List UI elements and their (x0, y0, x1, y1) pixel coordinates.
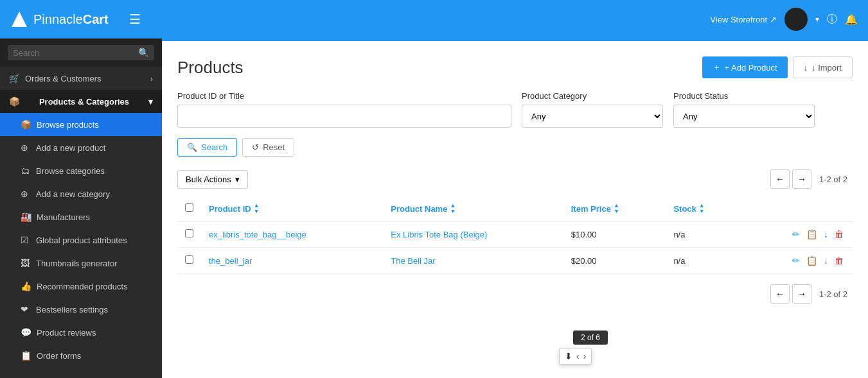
row-stock-2: n/a (666, 248, 741, 274)
prev-page-button-top[interactable]: ← (770, 169, 790, 189)
sidebar-item-product-reviews[interactable]: 💬 Product reviews (0, 321, 162, 344)
sort-desc-icon: ▼ (614, 209, 619, 214)
row-stock-1: n/a (666, 221, 741, 248)
row-checkbox-2[interactable] (185, 255, 193, 264)
view-storefront-link[interactable]: View Storefront ↗ (710, 15, 777, 24)
sidebar-item-products-categories[interactable]: 📦 Products & Categories ▾ (0, 90, 162, 113)
header: PinnacleCart ☰ View Storefront ↗ ▾ ⓘ 🔔 (0, 0, 868, 39)
row-checkbox-1[interactable] (185, 229, 193, 237)
delete-button-1[interactable]: 🗑 (833, 228, 845, 241)
copy-button-1[interactable]: 📋 (805, 228, 819, 241)
external-link-icon: ↗ (770, 15, 777, 24)
tooltip-prev-button[interactable]: ‹ (576, 351, 580, 361)
row-product-name-1: Ex Libris Tote Bag (Beige) (383, 221, 563, 248)
th-checkbox (177, 196, 201, 221)
sidebar-item-browse-products[interactable]: 📦 Browse products (0, 113, 162, 136)
next-page-button-bottom[interactable]: → (792, 284, 811, 304)
plus-icon: ＋ (713, 62, 721, 73)
product-id-link-1[interactable]: ex_libris_tote_bag__beige (209, 230, 306, 239)
hamburger-button[interactable]: ☰ (124, 9, 146, 30)
product-id-input[interactable] (177, 105, 511, 128)
header-right: View Storefront ↗ ▾ ⓘ 🔔 (710, 8, 858, 31)
sidebar-item-manufacturers[interactable]: 🏭 Manufacturers (0, 205, 162, 228)
sidebar-search-area: 🔍 (0, 39, 162, 67)
notifications-icon[interactable]: 🔔 (845, 13, 858, 26)
row-product-id-2: the_bell_jar (201, 248, 383, 274)
add-product-button[interactable]: ＋ + Add Product (702, 56, 788, 78)
sidebar-item-orders-customers[interactable]: 🛒 Orders & Customers › (0, 67, 162, 90)
tooltip-popup: 2 of 6 (573, 331, 608, 345)
th-actions (741, 196, 853, 221)
product-id-link-2[interactable]: the_bell_jar (209, 256, 252, 266)
product-name-link-2[interactable]: The Bell Jar (391, 256, 435, 266)
sort-icons-item-price[interactable]: ▲ ▼ (614, 203, 619, 214)
avatar[interactable] (784, 8, 808, 31)
tooltip-download-button[interactable]: ⬇ (565, 351, 572, 361)
download-button-1[interactable]: ↓ (822, 228, 829, 241)
th-item-price[interactable]: Item Price ▲ ▼ (563, 196, 666, 221)
bulk-actions-button[interactable]: Bulk Actions ▾ (177, 170, 248, 189)
sort-desc-icon: ▼ (699, 209, 705, 214)
next-page-button-top[interactable]: → (792, 169, 811, 189)
sidebar-item-browse-categories[interactable]: 🗂 Browse categories (0, 159, 162, 182)
product-status-select[interactable]: Any (673, 105, 815, 128)
product-category-select[interactable]: Any (522, 105, 663, 128)
row-product-id-1: ex_libris_tote_bag__beige (201, 221, 383, 248)
sidebar: 🔍 🛒 Orders & Customers › 📦 Products & Ca… (0, 39, 162, 378)
search-button[interactable]: 🔍 Search (177, 138, 237, 157)
sidebar-item-add-new-category[interactable]: ⊕ Add a new category (0, 182, 162, 205)
table-header: Product ID ▲ ▼ Product Name (177, 196, 853, 221)
row-actions-2: ✏ 📋 ↓ 🗑 (741, 248, 853, 274)
tooltip-next-button[interactable]: › (583, 351, 587, 361)
page-title: Products (177, 58, 244, 78)
sidebar-search-button[interactable]: 🔍 (138, 47, 149, 58)
sort-icons-stock[interactable]: ▲ ▼ (699, 203, 705, 214)
sidebar-item-bestsellers-settings[interactable]: ❤ Bestsellers settings (0, 298, 162, 321)
sidebar-item-global-product-attributes[interactable]: ☑ Global product attributes (0, 228, 162, 252)
sidebar-item-thumbnails-generator[interactable]: 🖼 Thumbnails generator (0, 252, 162, 275)
sort-desc-icon: ▼ (450, 209, 456, 214)
logo: PinnacleCart (10, 10, 109, 28)
prev-icon-bottom: ← (775, 289, 784, 299)
page-header: Products ＋ + Add Product ↓ ↓ Import (177, 56, 853, 78)
pagination-bottom-wrapper: ← → 1-2 of 2 (177, 284, 853, 304)
sort-icons-product-name[interactable]: ▲ ▼ (450, 203, 456, 214)
row-checkbox-cell (177, 221, 201, 248)
tooltip-nav: ⬇ ‹ › (559, 348, 592, 365)
pagination-top: ← → 1-2 of 2 (770, 169, 853, 189)
product-name-link-1[interactable]: Ex Libris Tote Bag (Beige) (391, 230, 487, 239)
delete-button-2[interactable]: 🗑 (833, 254, 845, 267)
copy-button-2[interactable]: 📋 (805, 254, 819, 267)
import-icon: ↓ (804, 63, 808, 73)
th-product-id[interactable]: Product ID ▲ ▼ (201, 196, 383, 221)
sort-icons-product-id[interactable]: ▲ ▼ (254, 203, 260, 214)
product-status-filter-group: Product Status Any (673, 91, 815, 128)
thumbnails-icon: 🖼 (21, 258, 31, 268)
svg-marker-0 (12, 12, 27, 27)
help-icon[interactable]: ⓘ (827, 13, 837, 26)
table-controls: Bulk Actions ▾ ← → 1-2 of 2 (177, 169, 853, 189)
row-price-1: $10.00 (563, 221, 666, 248)
header-actions: ＋ + Add Product ↓ ↓ Import (702, 56, 853, 78)
sidebar-item-add-new-product[interactable]: ⊕ Add a new product (0, 136, 162, 159)
import-button[interactable]: ↓ ↓ Import (793, 56, 853, 78)
avatar-caret-icon[interactable]: ▾ (815, 15, 819, 24)
sidebar-item-recommended-products[interactable]: 👍 Recommended products (0, 275, 162, 298)
filter-actions: 🔍 Search ↺ Reset (177, 138, 853, 157)
sidebar-search-input[interactable] (13, 48, 138, 58)
table-row: the_bell_jar The Bell Jar $20.00 n/a ✏ 📋… (177, 248, 853, 274)
edit-button-1[interactable]: ✏ (791, 228, 801, 241)
bulk-actions-caret-icon: ▾ (235, 175, 240, 184)
product-category-label: Product Category (522, 91, 663, 101)
download-button-2[interactable]: ↓ (822, 254, 829, 267)
th-stock[interactable]: Stock ▲ ▼ (666, 196, 741, 221)
search-icon: 🔍 (187, 142, 197, 152)
edit-button-2[interactable]: ✏ (791, 254, 801, 267)
th-product-name[interactable]: Product Name ▲ ▼ (383, 196, 563, 221)
prev-page-button-bottom[interactable]: ← (770, 284, 790, 304)
reset-button[interactable]: ↺ Reset (242, 138, 294, 157)
products-table: Product ID ▲ ▼ Product Name (177, 196, 853, 274)
reviews-icon: 💬 (21, 327, 31, 338)
sidebar-item-order-forms[interactable]: 📋 Order forms (0, 344, 162, 367)
select-all-checkbox[interactable] (185, 203, 193, 212)
